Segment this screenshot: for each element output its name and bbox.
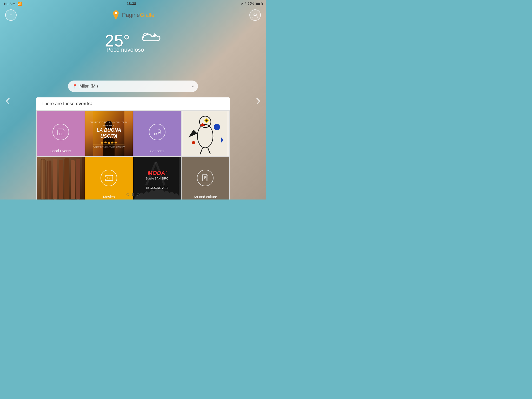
weather-section: 25° Poco nuvoloso [105,31,161,53]
svg-rect-27 [64,158,69,200]
svg-rect-24 [47,161,51,200]
location-pin-icon: 📍 [72,84,77,89]
svg-point-33 [106,176,107,177]
movies-icon-circle [101,170,117,186]
wifi-icon: 📶 [17,2,22,6]
logo-text: PagineGialle [122,12,155,18]
nav-arrow-right[interactable]: › [256,91,261,109]
miro-artwork [182,111,229,156]
movies-label: Movies [85,195,133,199]
concerts-icon-circle [149,124,165,140]
header: ≡ PagineGialle [0,7,266,23]
pagination-dot-3[interactable] [137,193,139,196]
art-culture-icon-circle [197,170,214,186]
local-events-label: Local Events [37,149,85,153]
svg-rect-22 [41,159,45,200]
pagination-dot-1[interactable] [127,193,129,196]
book-icon [201,174,209,182]
svg-point-20 [192,141,195,144]
svg-point-35 [106,179,107,180]
svg-rect-25 [53,159,57,200]
local-events-icon-circle [52,124,69,140]
battery-fill [256,3,260,5]
events-header-normal: There are these [42,101,76,106]
svg-rect-31 [48,161,49,200]
location-text: Milan (MI) [79,84,192,89]
miro-art-svg [183,111,227,156]
art-culture-label: Art and culture [182,195,229,199]
event-cell-music-image[interactable] [37,157,85,200]
logo: PagineGialle [112,10,155,20]
drums-background [37,157,85,200]
pagination-dots [127,193,139,196]
svg-point-19 [214,124,220,130]
store-icon [57,128,65,136]
event-cell-concerts-inner: Concerts [133,111,181,156]
movie-title: LA BUONAUSCITA [85,127,133,139]
moda-venue: Stadio SAN SIRO [146,177,168,180]
drums-art-svg [37,157,82,200]
bluetooth-icon: * [245,2,246,5]
svg-point-8 [158,132,160,134]
svg-point-16 [205,119,208,122]
logo-pin-icon [112,10,120,20]
event-cell-movie-poster[interactable]: "UN PESCE PER L'IMMOBILITÀ DI GUARDO" LA… [85,111,133,156]
event-cell-concert-image[interactable]: MODA' Stadio SAN SIRO 18 GIUGNO 2016 [133,157,181,200]
moda-band-title: MODA' [146,170,168,176]
moda-text-container: MODA' Stadio SAN SIRO 18 GIUGNO 2016 [146,170,168,189]
movie-quote: "UN PESCE PER L'IMMOBILITÀ DI GUARDO" [85,121,133,127]
film-icon [104,174,113,182]
event-cell-art-culture[interactable]: Art and culture [182,157,229,200]
svg-rect-26 [59,160,63,199]
user-icon [252,12,258,18]
svg-point-7 [154,133,157,135]
profile-button[interactable] [249,9,261,21]
event-cell-movies-inner: Movies [85,157,133,200]
nav-arrow-left[interactable]: ‹ [5,91,10,109]
events-grid: Local Events [36,110,230,200]
event-cell-movies[interactable]: Movies [85,157,133,200]
status-right: ➤ * 69% [241,2,262,5]
movie-stars: ★★★★★ [85,140,133,145]
svg-point-0 [115,12,117,14]
status-bar: No SIM 📶 18:38 ➤ * 69% [0,0,266,7]
status-left: No SIM 📶 [4,2,22,6]
moda-background: MODA' Stadio SAN SIRO 18 GIUGNO 2016 [133,157,181,200]
location-bar[interactable]: 📍 Milan (MI) ▾ [68,81,198,92]
svg-point-37 [108,177,110,179]
svg-point-34 [111,176,112,177]
location-chevron-icon: ▾ [192,84,194,88]
battery-icon [256,2,262,5]
carrier-text: No SIM [4,2,15,6]
svg-point-36 [111,179,112,180]
svg-rect-12 [183,111,227,156]
pagination-dot-2[interactable] [132,193,134,196]
concerts-label: Concerts [133,149,181,153]
events-header: There are these events: [36,97,230,110]
movie-poster-text: "UN PESCE PER L'IMMOBILITÀ DI GUARDO" LA… [85,121,133,148]
event-cell-art-image[interactable] [182,111,229,156]
battery-percent: 69% [248,2,254,5]
music-note-icon [153,128,161,136]
event-cell-art-culture-inner: Art and culture [182,157,229,200]
event-cell-local-events[interactable]: Local Events [37,111,85,156]
status-time: 18:38 [127,2,136,6]
menu-button[interactable]: ≡ [5,9,17,21]
logo-gialle: Gialle [140,12,154,18]
events-panel: There are these events: Local Events [36,97,230,200]
svg-rect-29 [76,159,80,200]
movie-tagline: "UN'OPERA CHIARA DI CINEMA" [85,146,133,148]
logo-pagine: Pagine [122,12,140,18]
svg-line-11 [157,130,160,130]
event-cell-inner: Local Events [37,111,85,156]
movie-poster-bg: "UN PESCE PER L'IMMOBILITÀ DI GUARDO" LA… [85,111,133,156]
svg-rect-28 [71,160,75,199]
location-arrow-icon: ➤ [241,2,243,5]
event-cell-concerts[interactable]: Concerts [133,111,181,156]
svg-rect-32 [105,175,113,181]
moda-date: 18 GIUGNO 2016 [146,186,168,189]
events-header-bold: events: [76,101,92,106]
svg-rect-30 [42,159,43,200]
